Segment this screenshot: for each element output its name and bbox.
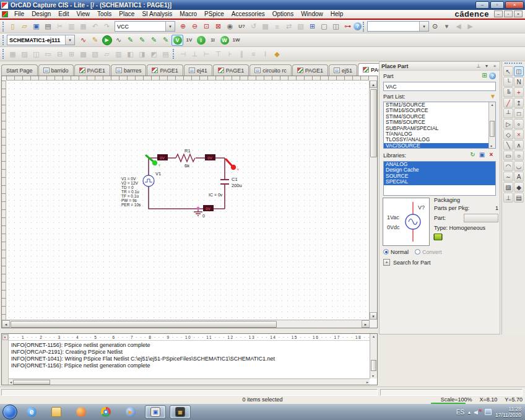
undo-icon[interactable]: ↶ xyxy=(89,21,101,32)
search-combobox[interactable]: ▾ xyxy=(367,21,429,32)
part-list-item[interactable]: VAC/SOURCE xyxy=(384,143,495,149)
panel-menu-icon[interactable]: ▾ xyxy=(484,63,490,69)
align-right-icon[interactable]: ⊢ xyxy=(201,48,212,59)
expand-icon[interactable]: + xyxy=(383,259,390,266)
find-icon[interactable]: ⊙ xyxy=(429,21,441,32)
create-netlist-icon[interactable]: ≡ xyxy=(271,21,283,32)
tab-ej41[interactable]: ej41 xyxy=(184,64,212,76)
child-close-button[interactable]: × xyxy=(514,11,523,17)
scroll-up-icon[interactable]: ▴ xyxy=(491,103,493,107)
voltage-probe-red[interactable]: v xyxy=(226,159,239,171)
place-power-tool[interactable]: ↥ xyxy=(514,98,524,108)
capacitor-symbol[interactable] xyxy=(220,180,229,184)
scroll-thumb[interactable] xyxy=(371,360,376,371)
log-horizontal-scrollbar[interactable]: ◂ ▸ xyxy=(9,378,370,385)
zoom-region-icon[interactable]: ⊡ xyxy=(201,21,212,32)
canvas-vertical-scrollbar[interactable]: ▴ ▾ xyxy=(369,81,377,320)
place-hierarchical-block-tool[interactable]: □ xyxy=(514,108,524,118)
search-combobox-input[interactable] xyxy=(368,24,419,30)
menu-item[interactable]: File xyxy=(11,11,28,17)
schematic-combobox-dropdown-icon[interactable]: ▾ xyxy=(65,35,74,45)
place-bus-entry-tool[interactable]: ╱ xyxy=(503,98,513,108)
menu-item[interactable]: View xyxy=(73,11,94,17)
menu-item[interactable]: Tools xyxy=(93,11,115,17)
source-symbol[interactable] xyxy=(143,175,154,186)
taskbar-orcad-capture[interactable]: ▣ xyxy=(145,405,166,419)
tab-start-page[interactable]: Start Page xyxy=(1,64,38,76)
place-picture-tool[interactable]: ▨ xyxy=(503,182,513,192)
normal-radio-icon[interactable] xyxy=(383,249,389,255)
scroll-left-icon[interactable]: ◂ xyxy=(9,380,13,384)
scroll-left-icon[interactable]: ◂ xyxy=(2,320,10,328)
place-ground-tool[interactable]: ┴ xyxy=(503,108,513,118)
distribute-vertical-icon[interactable]: ≡ xyxy=(248,48,259,59)
open-document-icon[interactable]: ▱ xyxy=(19,21,30,32)
bias-current-display-icon[interactable] xyxy=(195,35,207,46)
source-ref[interactable]: V1 xyxy=(155,171,161,177)
volume-muted-icon[interactable] xyxy=(474,409,481,415)
place-bezier-tool[interactable]: ∼ xyxy=(503,172,513,182)
resistor-symbol[interactable] xyxy=(176,154,195,162)
taskbar-pspice[interactable]: ▦ xyxy=(170,405,191,419)
child-minimize-button[interactable]: – xyxy=(494,11,503,17)
panel-pin-icon[interactable]: ⊥ xyxy=(475,63,482,69)
capacitor-ic[interactable]: IC = 0v xyxy=(209,193,223,197)
source-parameter-line[interactable]: V1 = 0V xyxy=(121,177,141,181)
align-left-icon[interactable]: ⊣ xyxy=(177,48,189,59)
place-elliptical-arc-tool[interactable]: ◡ xyxy=(514,161,524,171)
nav-back-icon[interactable]: ◀ xyxy=(453,21,464,32)
clock[interactable]: 11:28 17/11/2020 xyxy=(495,406,523,418)
new-simulation-profile-icon[interactable]: ∿ xyxy=(77,35,89,46)
tab-page1-barrido[interactable]: PAGE1 xyxy=(74,64,110,76)
fisheye-view-icon[interactable]: ◉ xyxy=(224,21,236,32)
refresh-library-icon[interactable]: ↻ xyxy=(468,151,477,159)
shopping-cart-icon[interactable]: ▱ xyxy=(101,48,113,59)
save-icon[interactable]: ▣ xyxy=(30,21,42,32)
place-title-block-tool[interactable]: ▤ xyxy=(514,193,524,203)
tag-icon[interactable]: ◆ xyxy=(271,48,283,59)
snap-to-grid-icon[interactable]: ⊞ xyxy=(306,21,318,32)
log-close-icon[interactable]: × xyxy=(2,335,8,340)
distribute-horizontal-icon[interactable]: ∥ xyxy=(236,48,248,59)
source-parameter-line[interactable]: V2 = 12V xyxy=(121,181,141,185)
network-icon[interactable] xyxy=(485,409,492,415)
scroll-down-icon[interactable]: ▾ xyxy=(372,374,374,378)
scroll-right-icon[interactable]: ▸ xyxy=(365,380,370,384)
place-line-tool[interactable]: ╲ xyxy=(503,140,513,150)
vertical-scroll-thumb[interactable] xyxy=(370,89,377,157)
place-net-alias-tool[interactable]: N xyxy=(514,77,524,87)
resistor-value[interactable]: 6k xyxy=(184,163,189,168)
part-help-icon[interactable]: ? xyxy=(489,72,496,79)
cross-reference-icon[interactable]: ⇄ xyxy=(283,21,295,32)
place-ole-object-tool[interactable]: ◆ xyxy=(514,182,524,192)
scroll-right-icon[interactable]: ▸ xyxy=(362,320,370,328)
menu-item[interactable]: Accessories xyxy=(228,11,269,17)
schematic-combobox[interactable]: ▾ xyxy=(7,35,75,45)
scroll-down-icon[interactable]: ▾ xyxy=(490,144,492,148)
bill-of-materials-icon[interactable]: ▧ xyxy=(295,21,306,32)
source-parameter-line[interactable]: TD = 0 xyxy=(121,185,141,190)
taskbar-internet-explorer[interactable]: e xyxy=(21,405,42,419)
bias-power-display-icon[interactable] xyxy=(219,35,230,46)
menu-item[interactable]: Options xyxy=(269,11,297,17)
tab-barrido[interactable]: barrido xyxy=(38,64,74,76)
tab-page1-active[interactable]: PAGE1 xyxy=(358,63,379,76)
source-parameter-line[interactable]: TF = 0.1u xyxy=(121,194,141,198)
new-document-icon[interactable]: ▯ xyxy=(7,21,19,32)
add-library-icon[interactable]: ▣ xyxy=(477,151,487,159)
place-pin-tool[interactable]: ∘ xyxy=(514,119,524,129)
place-rectangle-tool[interactable]: ▭ xyxy=(503,151,513,160)
voltage-marker-icon[interactable]: ✎ xyxy=(124,35,136,46)
place-arc-tool[interactable]: ◠ xyxy=(503,161,513,171)
ncf-icon[interactable]: ◫ xyxy=(330,21,342,32)
area-select-icon[interactable]: ▢ xyxy=(318,21,330,32)
place-polyline-tool[interactable]: ∧ xyxy=(514,140,524,150)
log-text-area[interactable]: INFO(ORNET-1156): PSpice netlist generat… xyxy=(9,341,370,378)
minimize-button[interactable]: – xyxy=(475,1,489,9)
copy-icon[interactable]: ▥ xyxy=(66,21,77,32)
menu-item[interactable]: Design xyxy=(28,11,54,17)
schematic-combobox-input[interactable] xyxy=(7,37,65,43)
edit-simulation-profile-icon[interactable]: ✎ xyxy=(89,35,101,46)
select-tool[interactable]: ↖ xyxy=(503,66,513,76)
zoom-in-icon[interactable]: ⊕ xyxy=(177,21,189,32)
